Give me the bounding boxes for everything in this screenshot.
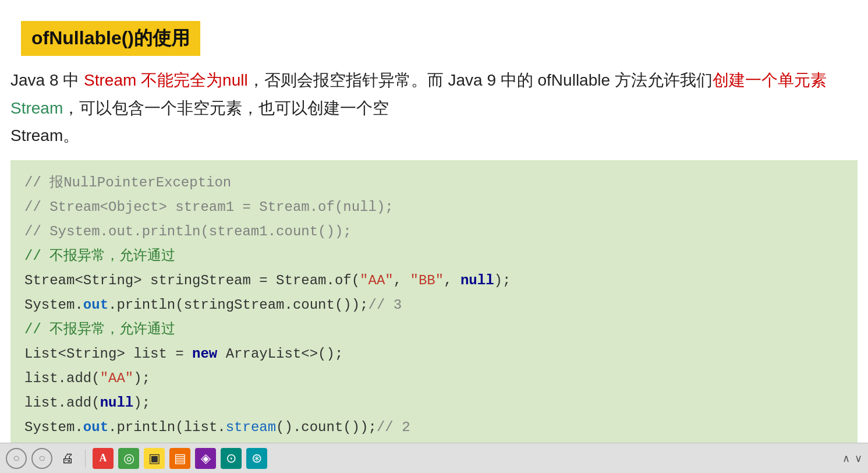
stream-text-2: Stream [10,99,63,117]
code-line-9: list.add("AA"); [24,366,844,391]
code-line-7: // 不报异常，允许通过 [24,317,844,342]
taskbar-printer[interactable]: 🖨 [57,448,78,469]
create-text: 创建一个单元素 [713,71,827,89]
taskbar-cyan-app[interactable]: ⊛ [246,448,267,469]
code-block: // 报NullPointerException // Stream<Objec… [10,160,858,473]
taskbar-teal-app[interactable]: ⊙ [221,448,242,469]
taskbar-green-app[interactable]: ◎ [118,448,139,469]
page-title: ofNullable()的使用 [31,27,190,48]
code-line-1: // 报NullPointerException [24,171,844,195]
taskbar-sep-1 [85,450,86,467]
intro-paragraph: Java 8 中 Stream 不能完全为null，否则会报空指针异常。而 Ja… [0,56,868,158]
code-line-2: // Stream<Object> stream1 = Stream.of(nu… [24,195,844,220]
code-line-11: System.out.println(list.stream().count()… [24,415,844,440]
taskbar-circle-2[interactable]: ○ [31,448,52,469]
code-line-3: // System.out.println(stream1.count()); [24,220,844,244]
code-line-10: list.add(null); [24,391,844,415]
taskbar-yellow-app[interactable]: ▣ [144,448,165,469]
code-line-8: List<String> list = new ArrayList<>(); [24,342,844,366]
taskbar-arrow-down[interactable]: ∨ [855,452,862,465]
code-line-5: Stream<String> stringStream = Stream.of(… [24,269,844,293]
code-line-6: System.out.println(stringStream.count())… [24,293,844,317]
title-bar: ofNullable()的使用 [21,21,200,56]
taskbar-orange-app[interactable]: ▤ [169,448,190,469]
taskbar: ○ ○ 🖨 A ◎ ▣ ▤ ◈ ⊙ ⊛ ∧ ∨ [0,443,868,473]
stream-text-1: Stream [84,71,136,89]
title-container: ofNullable()的使用 [10,10,858,56]
code-line-4: // 不报异常，允许通过 [24,244,844,269]
taskbar-right: ∧ ∨ [842,452,862,465]
page-wrapper: ofNullable()的使用 Java 8 中 Stream 不能完全为nul… [0,0,868,473]
taskbar-arrow-up[interactable]: ∧ [842,452,850,465]
cannot-null-text: 不能完全为null [141,71,248,89]
taskbar-circle-1[interactable]: ○ [6,448,27,469]
taskbar-red-app[interactable]: A [93,448,114,469]
taskbar-purple-app[interactable]: ◈ [195,448,216,469]
